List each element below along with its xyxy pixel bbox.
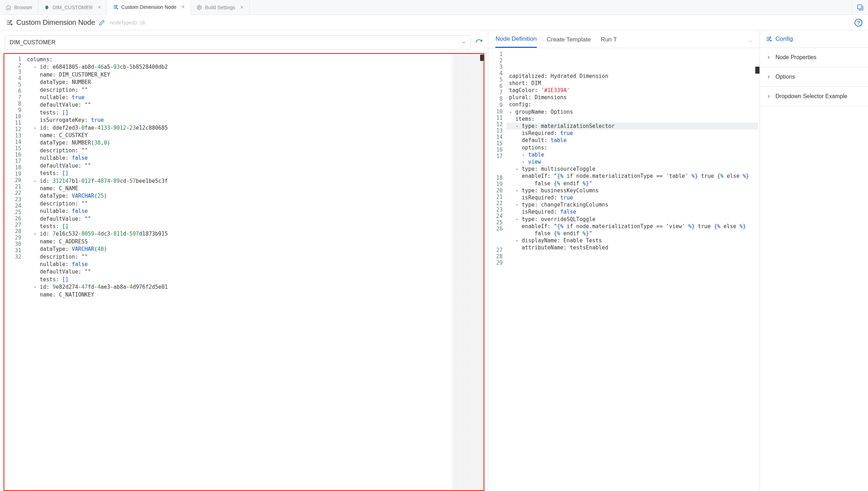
code-line: - view: [507, 158, 758, 165]
svg-point-10: [770, 40, 772, 41]
tab-label: Browser: [14, 5, 32, 10]
chevron-right-icon: [766, 55, 771, 60]
code-line: - id: 312147b1-012f-4874-89cd-57bee1be5c…: [24, 177, 452, 185]
code-line: config:: [507, 101, 758, 108]
close-icon[interactable]: ×: [98, 5, 101, 10]
refresh-button[interactable]: [475, 39, 483, 46]
db-obj-icon: [44, 5, 50, 10]
code-line: - type: materializationSelector: [507, 123, 758, 130]
close-icon[interactable]: ×: [182, 4, 185, 10]
code-line: default: table: [507, 137, 758, 144]
tabs-spacer: [250, 0, 852, 15]
minimap-scroll-thumb[interactable]: [480, 55, 484, 61]
accordion-label: Options: [775, 74, 795, 80]
code-line: nullable: false: [24, 208, 452, 215]
tab-custom-dimension-node[interactable]: Custom Dimension Node×: [107, 0, 191, 15]
dimension-selector[interactable]: DIM_CUSTOMER: [5, 35, 471, 50]
code-line: options:: [507, 144, 758, 151]
selector-row: DIM_CUSTOMER: [4, 33, 484, 53]
code-line: name: C_NAME: [24, 185, 452, 192]
code-area[interactable]: columns: - id: e6841805-ab8d-46a5-93cb-5…: [24, 54, 452, 490]
page-title: Custom Dimension Node: [16, 18, 95, 27]
code-line: name: C_NATIONKEY: [24, 291, 452, 299]
selector-value: DIM_CUSTOMER: [10, 39, 56, 46]
code-line: short: DIM: [507, 80, 758, 87]
sliders-icon: [766, 36, 772, 42]
mid-column: Node DefinitionCreate TemplateRun T… 123…: [488, 30, 760, 491]
mid-tabs: Node DefinitionCreate TemplateRun T…: [488, 30, 760, 48]
more-tabs-button[interactable]: …: [747, 37, 752, 47]
code-line: dataType: VARCHAR(40): [24, 246, 452, 253]
chevron-down-icon: [461, 40, 466, 45]
tab-label: Build Settings: [205, 5, 235, 10]
accordion-label: Node Properties: [775, 54, 817, 61]
tab-node-definition[interactable]: Node Definition: [495, 35, 536, 48]
minimap-scroll-thumb[interactable]: [755, 67, 760, 74]
tabs-bar: BrowserDIM_CUSTOMER×Custom Dimension Nod…: [0, 0, 868, 15]
left-column: DIM_CUSTOMER 123456789101112131415161718…: [0, 30, 488, 491]
code-line: items:: [507, 115, 758, 123]
close-icon[interactable]: ×: [240, 5, 244, 10]
code-line: - id: e6841805-ab8d-46a5-93cb-5b8528400d…: [24, 63, 452, 71]
code-line: dataType: NUMBER: [24, 79, 452, 86]
code-line: - groupName: Options: [507, 108, 758, 115]
code-line: description: "": [24, 147, 452, 154]
code-line: defaultValue: "": [24, 162, 452, 170]
config-header: Config: [760, 30, 868, 48]
chevron-right-icon: [766, 74, 771, 79]
code-line: - displayName: Enable Tests: [507, 237, 758, 244]
code-line: - type: multisourceToggle: [507, 165, 758, 173]
code-line: tests: []: [24, 170, 452, 177]
config-title: Config: [775, 35, 793, 43]
code-line: plural: Dimensions: [507, 94, 758, 101]
tab-dim-customer[interactable]: DIM_CUSTOMER×: [38, 0, 107, 15]
pin-panel-button[interactable]: [852, 0, 868, 15]
app-root: BrowserDIM_CUSTOMER×Custom Dimension Nod…: [0, 0, 868, 491]
config-accordion: Node PropertiesOptionsDropdown Selector …: [760, 48, 868, 106]
tab-label: DIM_CUSTOMER: [52, 5, 93, 10]
main-row: DIM_CUSTOMER 123456789101112131415161718…: [0, 30, 868, 491]
code-line: enableIf: "{% if node.materializationTyp…: [507, 173, 758, 187]
minimap[interactable]: [452, 54, 484, 490]
svg-rect-4: [858, 5, 862, 9]
code-line: enableIf: "{% if node.materializationTyp…: [507, 223, 758, 237]
code-area[interactable]: capitalized: Hydrated Dimensionshort: DI…: [505, 48, 760, 491]
code-line: name: DIM_CUSTOMER_KEY: [24, 71, 452, 79]
svg-point-5: [10, 20, 11, 21]
code-line: description: "": [24, 253, 452, 261]
accordion-item-dropdown-selector-example[interactable]: Dropdown Selector Example: [760, 87, 868, 106]
code-line: - id: 9e82d274-47fd-4ae3-ab8a-4d976f2d5e…: [24, 283, 452, 291]
page-header: Custom Dimension Node nodeTypeID: 16 ?: [0, 15, 868, 30]
edit-title-button[interactable]: [99, 19, 105, 26]
tab-build-settings[interactable]: Build Settings×: [191, 0, 250, 15]
code-line: description: "": [24, 200, 452, 208]
gear-icon: [196, 5, 202, 10]
code-line: dataType: NUMBER(38,0): [24, 139, 452, 147]
code-line: defaultValue: "": [24, 101, 452, 109]
sliders-icon: [113, 4, 118, 10]
definition-editor[interactable]: 1234567891011121314151617181920212223242…: [488, 48, 760, 491]
tab-label: Custom Dimension Node: [121, 4, 177, 10]
code-line: nullable: true: [24, 94, 452, 101]
home-icon: [6, 5, 11, 10]
columns-editor[interactable]: 1234567891011121314151617181920212223242…: [4, 53, 484, 491]
code-line: tests: []: [24, 223, 452, 230]
tab-browser[interactable]: Browser: [0, 0, 38, 15]
code-line: isSurrogateKey: true: [24, 117, 452, 124]
svg-point-6: [9, 22, 10, 23]
code-line: nullable: false: [24, 261, 452, 268]
line-gutter: 1234567891011121314151617181920212223242…: [488, 48, 505, 491]
svg-point-1: [116, 7, 117, 8]
chevron-right-icon: [766, 94, 771, 99]
help-button[interactable]: ?: [855, 19, 862, 27]
code-line: tests: []: [24, 109, 452, 117]
code-line: - table: [507, 151, 758, 158]
svg-point-2: [117, 8, 118, 9]
tab-create-template[interactable]: Create Template: [547, 36, 591, 47]
accordion-item-node-properties[interactable]: Node Properties: [760, 48, 868, 67]
accordion-item-options[interactable]: Options: [760, 67, 868, 87]
code-line: - type: businessKeyColumns: [507, 187, 758, 194]
code-line: columns:: [24, 56, 452, 63]
code-line: nullable: false: [24, 154, 452, 162]
tab-run-t[interactable]: Run T: [601, 36, 617, 47]
